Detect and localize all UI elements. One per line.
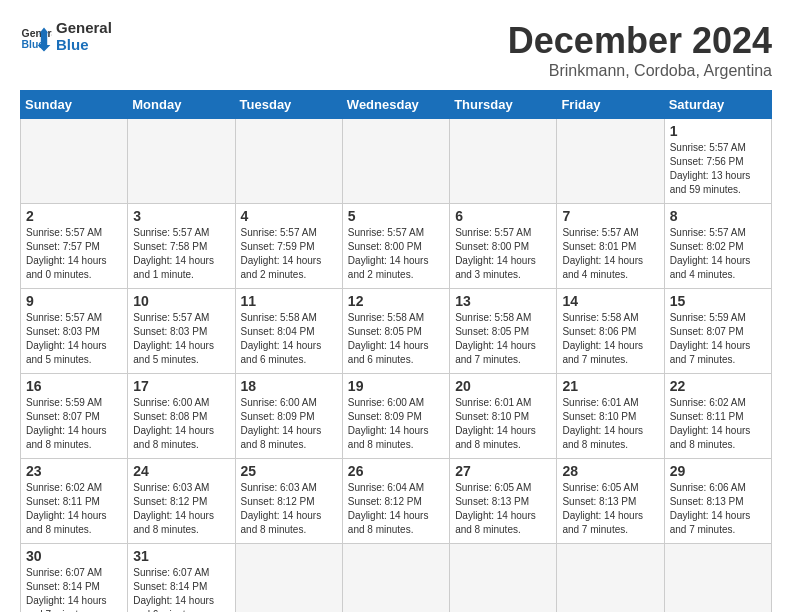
header-sunday: Sunday	[21, 91, 128, 119]
day-number: 25	[241, 463, 337, 479]
calendar-row: 30Sunrise: 6:07 AM Sunset: 8:14 PM Dayli…	[21, 544, 772, 613]
day-number: 12	[348, 293, 444, 309]
day-number: 1	[670, 123, 766, 139]
day-info: Sunrise: 6:06 AM Sunset: 8:13 PM Dayligh…	[670, 481, 766, 537]
day-info: Sunrise: 6:07 AM Sunset: 8:14 PM Dayligh…	[26, 566, 122, 612]
table-row: 23Sunrise: 6:02 AM Sunset: 8:11 PM Dayli…	[21, 459, 128, 544]
day-number: 7	[562, 208, 658, 224]
table-row: 7Sunrise: 5:57 AM Sunset: 8:01 PM Daylig…	[557, 204, 664, 289]
day-info: Sunrise: 5:58 AM Sunset: 8:05 PM Dayligh…	[455, 311, 551, 367]
table-row: 17Sunrise: 6:00 AM Sunset: 8:08 PM Dayli…	[128, 374, 235, 459]
header-wednesday: Wednesday	[342, 91, 449, 119]
day-info: Sunrise: 5:57 AM Sunset: 8:00 PM Dayligh…	[348, 226, 444, 282]
table-row: 10Sunrise: 5:57 AM Sunset: 8:03 PM Dayli…	[128, 289, 235, 374]
day-number: 10	[133, 293, 229, 309]
day-number: 31	[133, 548, 229, 564]
table-row	[342, 544, 449, 613]
day-number: 14	[562, 293, 658, 309]
day-info: Sunrise: 5:59 AM Sunset: 8:07 PM Dayligh…	[26, 396, 122, 452]
table-row: 25Sunrise: 6:03 AM Sunset: 8:12 PM Dayli…	[235, 459, 342, 544]
table-row	[450, 544, 557, 613]
day-info: Sunrise: 6:07 AM Sunset: 8:14 PM Dayligh…	[133, 566, 229, 612]
day-info: Sunrise: 5:57 AM Sunset: 8:01 PM Dayligh…	[562, 226, 658, 282]
table-row	[21, 119, 128, 204]
table-row	[664, 544, 771, 613]
day-info: Sunrise: 6:02 AM Sunset: 8:11 PM Dayligh…	[670, 396, 766, 452]
header-saturday: Saturday	[664, 91, 771, 119]
day-number: 30	[26, 548, 122, 564]
day-number: 3	[133, 208, 229, 224]
day-info: Sunrise: 6:02 AM Sunset: 8:11 PM Dayligh…	[26, 481, 122, 537]
logo-line2: Blue	[56, 37, 112, 54]
day-info: Sunrise: 6:03 AM Sunset: 8:12 PM Dayligh…	[241, 481, 337, 537]
day-number: 16	[26, 378, 122, 394]
table-row: 22Sunrise: 6:02 AM Sunset: 8:11 PM Dayli…	[664, 374, 771, 459]
day-number: 8	[670, 208, 766, 224]
day-number: 4	[241, 208, 337, 224]
day-number: 6	[455, 208, 551, 224]
header-thursday: Thursday	[450, 91, 557, 119]
table-row: 24Sunrise: 6:03 AM Sunset: 8:12 PM Dayli…	[128, 459, 235, 544]
table-row: 9Sunrise: 5:57 AM Sunset: 8:03 PM Daylig…	[21, 289, 128, 374]
day-number: 21	[562, 378, 658, 394]
logo-line1: General	[56, 20, 112, 37]
table-row: 27Sunrise: 6:05 AM Sunset: 8:13 PM Dayli…	[450, 459, 557, 544]
table-row	[450, 119, 557, 204]
table-row: 8Sunrise: 5:57 AM Sunset: 8:02 PM Daylig…	[664, 204, 771, 289]
day-info: Sunrise: 5:58 AM Sunset: 8:06 PM Dayligh…	[562, 311, 658, 367]
calendar-row: 16Sunrise: 5:59 AM Sunset: 8:07 PM Dayli…	[21, 374, 772, 459]
table-row: 5Sunrise: 5:57 AM Sunset: 8:00 PM Daylig…	[342, 204, 449, 289]
day-number: 29	[670, 463, 766, 479]
day-info: Sunrise: 5:57 AM Sunset: 8:00 PM Dayligh…	[455, 226, 551, 282]
table-row: 26Sunrise: 6:04 AM Sunset: 8:12 PM Dayli…	[342, 459, 449, 544]
day-info: Sunrise: 6:04 AM Sunset: 8:12 PM Dayligh…	[348, 481, 444, 537]
table-row: 13Sunrise: 5:58 AM Sunset: 8:05 PM Dayli…	[450, 289, 557, 374]
day-info: Sunrise: 5:57 AM Sunset: 8:02 PM Dayligh…	[670, 226, 766, 282]
table-row	[342, 119, 449, 204]
table-row: 1Sunrise: 5:57 AM Sunset: 7:56 PM Daylig…	[664, 119, 771, 204]
table-row: 20Sunrise: 6:01 AM Sunset: 8:10 PM Dayli…	[450, 374, 557, 459]
logo: General Blue General Blue	[20, 20, 112, 53]
table-row: 4Sunrise: 5:57 AM Sunset: 7:59 PM Daylig…	[235, 204, 342, 289]
day-number: 24	[133, 463, 229, 479]
calendar-row: 2Sunrise: 5:57 AM Sunset: 7:57 PM Daylig…	[21, 204, 772, 289]
calendar-row: 1Sunrise: 5:57 AM Sunset: 7:56 PM Daylig…	[21, 119, 772, 204]
header-monday: Monday	[128, 91, 235, 119]
table-row: 28Sunrise: 6:05 AM Sunset: 8:13 PM Dayli…	[557, 459, 664, 544]
day-info: Sunrise: 5:58 AM Sunset: 8:05 PM Dayligh…	[348, 311, 444, 367]
day-number: 28	[562, 463, 658, 479]
day-number: 19	[348, 378, 444, 394]
table-row: 18Sunrise: 6:00 AM Sunset: 8:09 PM Dayli…	[235, 374, 342, 459]
svg-text:General: General	[22, 28, 52, 39]
day-info: Sunrise: 6:05 AM Sunset: 8:13 PM Dayligh…	[562, 481, 658, 537]
day-number: 26	[348, 463, 444, 479]
calendar-title: December 2024	[508, 20, 772, 62]
day-number: 17	[133, 378, 229, 394]
table-row	[128, 119, 235, 204]
logo-icon: General Blue	[20, 21, 52, 53]
day-info: Sunrise: 5:57 AM Sunset: 8:03 PM Dayligh…	[26, 311, 122, 367]
table-row: 31Sunrise: 6:07 AM Sunset: 8:14 PM Dayli…	[128, 544, 235, 613]
weekday-header-row: Sunday Monday Tuesday Wednesday Thursday…	[21, 91, 772, 119]
day-number: 11	[241, 293, 337, 309]
day-info: Sunrise: 6:01 AM Sunset: 8:10 PM Dayligh…	[455, 396, 551, 452]
day-info: Sunrise: 5:59 AM Sunset: 8:07 PM Dayligh…	[670, 311, 766, 367]
table-row	[557, 544, 664, 613]
calendar-row: 23Sunrise: 6:02 AM Sunset: 8:11 PM Dayli…	[21, 459, 772, 544]
table-row: 30Sunrise: 6:07 AM Sunset: 8:14 PM Dayli…	[21, 544, 128, 613]
table-row: 21Sunrise: 6:01 AM Sunset: 8:10 PM Dayli…	[557, 374, 664, 459]
day-info: Sunrise: 5:57 AM Sunset: 7:59 PM Dayligh…	[241, 226, 337, 282]
day-number: 9	[26, 293, 122, 309]
day-info: Sunrise: 6:05 AM Sunset: 8:13 PM Dayligh…	[455, 481, 551, 537]
table-row: 19Sunrise: 6:00 AM Sunset: 8:09 PM Dayli…	[342, 374, 449, 459]
header-tuesday: Tuesday	[235, 91, 342, 119]
day-number: 15	[670, 293, 766, 309]
table-row	[235, 544, 342, 613]
day-info: Sunrise: 6:00 AM Sunset: 8:08 PM Dayligh…	[133, 396, 229, 452]
day-number: 22	[670, 378, 766, 394]
day-info: Sunrise: 5:57 AM Sunset: 7:57 PM Dayligh…	[26, 226, 122, 282]
table-row: 16Sunrise: 5:59 AM Sunset: 8:07 PM Dayli…	[21, 374, 128, 459]
table-row: 6Sunrise: 5:57 AM Sunset: 8:00 PM Daylig…	[450, 204, 557, 289]
table-row	[557, 119, 664, 204]
page-header: General Blue General Blue December 2024 …	[20, 20, 772, 80]
